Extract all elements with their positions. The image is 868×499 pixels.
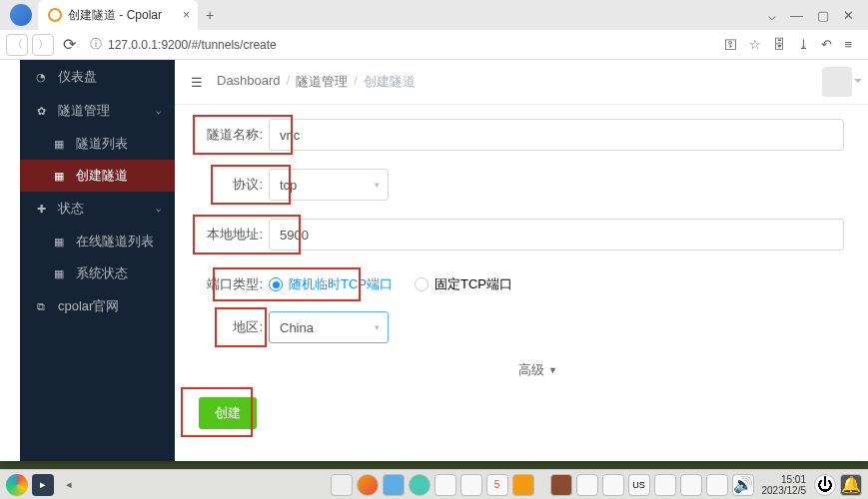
crumb-dashboard[interactable]: Dashboard [217,73,281,91]
download-icon[interactable]: ⤓ [798,37,809,52]
close-window-icon[interactable]: ✕ [843,8,854,23]
page-header: ☰ Dashboard / 隧道管理 / 创建隧道 [175,60,868,105]
sidebar: ◔ 仪表盘 ✿ 隧道管理 ⌵ ▦ 隧道列表 ▦ 创建隧道 ✚ 状态 ⌵ [20,60,175,461]
user-avatar[interactable] [822,67,852,97]
taskbar: ▸ ◂ 5 US 🔊 15:01 2023/12/5 ⏻ 🔔 [0,469,868,499]
cpolar-favicon-icon [48,8,62,22]
taskbar-app[interactable] [409,474,431,496]
browser-tab[interactable]: 创建隧道 - Cpolar × [38,0,198,30]
chevron-down-icon: ⌵ [156,204,161,214]
radio-icon [269,277,283,291]
undo-icon[interactable]: ↶ [821,37,832,52]
gear-icon: ✿ [34,105,48,118]
taskbar-app[interactable]: US [628,474,650,496]
taskbar-app[interactable] [512,474,534,496]
menu-icon[interactable]: ≡ [844,37,852,52]
label-port-type: 端口类型: [199,275,269,293]
taskbar-app[interactable] [706,474,728,496]
refresh-button[interactable]: ⟳ [58,35,80,54]
url-bar[interactable]: ⓘ 127.0.0.1:9200/#/tunnels/create [84,36,710,53]
dashboard-icon: ◔ [34,71,48,84]
browser-logo-icon [10,4,32,26]
chevron-down-icon: ▾ [375,322,380,332]
terminal-icon[interactable]: ▸ [32,474,54,496]
star-icon[interactable]: ☆ [749,37,761,52]
sidebar-item-tunnel-mgmt[interactable]: ✿ 隧道管理 ⌵ [20,94,175,128]
external-link-icon: ⧉ [34,300,48,313]
forward-button[interactable]: 〉 [32,34,54,56]
power-icon[interactable]: ⏻ [814,474,836,496]
taskbar-app[interactable] [434,474,456,496]
taskbar-app[interactable] [680,474,702,496]
tray-arrow-icon[interactable]: ◂ [58,474,80,496]
sidebar-item-cpolar-site[interactable]: ⧉ cpolar官网 [20,289,175,323]
label-protocol: 协议: [199,176,269,194]
grid-icon: ▦ [52,138,66,151]
taskbar-app[interactable] [602,474,624,496]
taskbar-app[interactable] [576,474,598,496]
sidebar-item-status[interactable]: ✚ 状态 ⌵ [20,192,175,226]
advanced-toggle[interactable]: 高级 ▼ [518,361,557,379]
close-tab-icon[interactable]: × [183,8,190,22]
notification-icon[interactable]: 🔔 [840,474,862,496]
new-tab-button[interactable]: + [198,7,222,23]
radio-fixed-port[interactable]: 固定TCP端口 [415,275,512,293]
info-icon: ⓘ [90,36,102,53]
back-button[interactable]: 〈 [6,34,28,56]
volume-icon[interactable]: 🔊 [732,474,754,496]
sidebar-item-tunnel-list[interactable]: ▦ 隧道列表 [20,128,175,160]
local-addr-input[interactable] [269,219,844,250]
lock-icon[interactable]: 🗄 [773,37,786,52]
label-local-addr: 本地地址: [199,226,269,244]
protocol-select[interactable]: tcp ▾ [269,169,389,201]
chevron-down-icon: ▾ [375,180,380,190]
taskbar-app[interactable] [654,474,676,496]
crumb-create-tunnel: 创建隧道 [364,73,416,91]
breadcrumb: Dashboard / 隧道管理 / 创建隧道 [217,73,416,91]
sidebar-item-dashboard[interactable]: ◔ 仪表盘 [20,60,175,94]
tab-bar: 创建隧道 - Cpolar × + ⌵ — ▢ ✕ [0,0,868,30]
plus-icon: ✚ [34,203,48,216]
sidebar-item-system-status[interactable]: ▦ 系统状态 [20,257,175,289]
label-name: 隧道名称: [199,126,269,144]
calendar-icon[interactable]: 5 [486,474,508,496]
taskbar-app[interactable] [331,474,353,496]
region-select[interactable]: China ▾ [269,311,389,343]
tunnel-name-input[interactable] [269,119,844,151]
chevron-down-icon: ⌵ [156,106,161,116]
caret-down-icon: ▼ [548,365,557,375]
start-menu-icon[interactable] [6,474,28,496]
taskbar-app[interactable] [550,474,572,496]
main-area: ☰ Dashboard / 隧道管理 / 创建隧道 隧道名称: [175,60,868,461]
create-button[interactable]: 创建 [199,397,257,429]
key-icon[interactable]: ⚿ [724,37,737,52]
create-tunnel-form: 隧道名称: 协议: tcp ▾ 本地地址: [175,105,868,461]
radio-icon [415,277,429,291]
radio-random-port[interactable]: 随机临时TCP端口 [269,275,393,293]
taskbar-app[interactable] [460,474,482,496]
taskbar-app[interactable] [383,474,405,496]
grid-icon: ▦ [52,170,66,183]
minimize-icon[interactable]: — [790,8,803,23]
grid-icon: ▦ [52,267,66,280]
taskbar-app[interactable] [357,474,379,496]
label-region: 地区: [199,318,269,336]
maximize-icon[interactable]: ▢ [817,8,829,23]
crumb-tunnel-mgmt[interactable]: 隧道管理 [296,73,348,91]
menu-toggle-icon[interactable]: ☰ [191,75,203,90]
tab-title: 创建隧道 - Cpolar [68,7,162,24]
url-text: 127.0.0.1:9200/#/tunnels/create [108,38,277,52]
browser-window: 创建隧道 - Cpolar × + ⌵ — ▢ ✕ 〈 〉 ⟳ ⓘ 127.0.… [0,0,868,461]
sidebar-item-online-tunnels[interactable]: ▦ 在线隧道列表 [20,226,175,257]
taskbar-clock[interactable]: 15:01 2023/12/5 [758,474,811,496]
nav-bar: 〈 〉 ⟳ ⓘ 127.0.0.1:9200/#/tunnels/create … [0,30,868,60]
dropdown-icon[interactable]: ⌵ [768,8,776,23]
grid-icon: ▦ [52,236,66,249]
sidebar-item-create-tunnel[interactable]: ▦ 创建隧道 [20,160,175,192]
